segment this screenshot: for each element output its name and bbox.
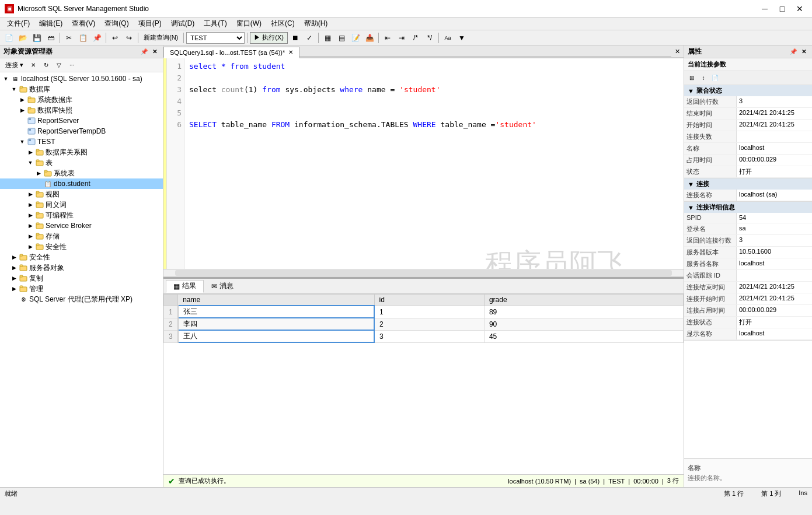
prop-section-header-aggregate[interactable]: ▼ 聚合状态 <box>684 85 812 96</box>
tree-item-servicebroker[interactable]: ▶Service Broker <box>0 220 163 231</box>
tree-item-test[interactable]: ▼TEST <box>0 136 163 147</box>
sort-alphabetically-button[interactable]: ↕ <box>698 73 709 83</box>
tree-item-reportservertempdb[interactable]: ReportServerTempDB <box>0 126 163 136</box>
menu-debug[interactable]: 调试(D) <box>166 17 200 30</box>
tree-item-synonyms[interactable]: ▶同义词 <box>0 199 163 210</box>
menu-edit[interactable]: 编辑(E) <box>34 17 67 30</box>
horizontal-scrollbar[interactable] <box>163 269 684 277</box>
menu-query[interactable]: 查询(Q) <box>100 17 133 30</box>
tree-item-serverobjects[interactable]: ▶服务器对象 <box>0 262 163 273</box>
query-tab-1[interactable]: SQLQuery1.sql - lo...ost.TEST (sa (54))*… <box>163 47 299 58</box>
tree-item-dbdiagram[interactable]: ▶数据库关系图 <box>0 147 163 157</box>
prop-section-header-connection[interactable]: ▼ 连接 <box>684 178 812 190</box>
menu-project[interactable]: 项目(P) <box>134 17 166 30</box>
tree-item-security2[interactable]: ▶安全性 <box>0 241 163 252</box>
parse-button[interactable]: ✓ <box>303 31 316 44</box>
uncomment-button[interactable]: */ <box>423 31 436 44</box>
comment-button[interactable]: /* <box>409 31 422 44</box>
tree-expand-reportservertempdb[interactable] <box>18 127 27 136</box>
menu-tools[interactable]: 工具(T) <box>199 17 231 30</box>
new-query-btn2[interactable]: 新建查询(N) <box>141 31 181 44</box>
tree-item-management[interactable]: ▶管理 <box>0 283 163 294</box>
paste-button[interactable]: 📌 <box>90 31 103 44</box>
tree-expand-security2[interactable]: ▶ <box>26 242 35 251</box>
redo-button[interactable]: ↪ <box>123 31 135 44</box>
tree-expand-tables[interactable]: ▼ <box>26 158 35 167</box>
properties-close-button[interactable]: ✕ <box>799 47 808 57</box>
tree-expand-sysdb[interactable]: ▶ <box>18 95 27 104</box>
tree-expand-snapshot[interactable]: ▶ <box>18 106 27 115</box>
more-button[interactable]: ··· <box>66 60 78 71</box>
refresh-button[interactable]: ↻ <box>40 60 52 71</box>
query-tab-close[interactable]: ✕ <box>288 49 293 55</box>
tree-expand-serverobjects[interactable]: ▶ <box>9 263 19 272</box>
menu-help[interactable]: 帮助(H) <box>299 17 333 30</box>
connect-button[interactable]: 连接 ▾ <box>2 60 26 71</box>
tree-item-sysdb[interactable]: ▶系统数据库 <box>0 94 163 105</box>
properties-pin-button[interactable]: 📌 <box>789 47 798 57</box>
font-size-button[interactable]: Aa <box>441 31 454 44</box>
prop-pages-button[interactable]: 📄 <box>710 73 720 83</box>
display-results-button[interactable]: ▦ <box>321 31 334 44</box>
new-query-button[interactable]: 📄 <box>2 31 15 44</box>
tree-item-systables[interactable]: ▶系统表 <box>0 168 163 178</box>
disconnect-button[interactable]: ✕ <box>27 60 39 71</box>
tree-item-security[interactable]: ▶安全性 <box>0 252 163 262</box>
tree-expand-replication[interactable]: ▶ <box>9 274 19 283</box>
close-button[interactable]: ✕ <box>792 3 807 15</box>
panel-close-button[interactable]: ✕ <box>150 47 159 57</box>
tree-expand-storage[interactable]: ▶ <box>26 232 35 241</box>
grid-results-button[interactable]: ▤ <box>335 31 348 44</box>
tree-expand-dbostudent[interactable] <box>34 179 43 188</box>
tree-item-root[interactable]: ▼🖥localhost (SQL Server 10.50.1600 - sa) <box>0 73 163 84</box>
undo-button[interactable]: ↩ <box>109 31 121 44</box>
pin-button[interactable]: 📌 <box>140 47 149 57</box>
open-button[interactable]: 📂 <box>16 31 29 44</box>
tree-item-sqlagent[interactable]: ⚙SQL Server 代理(已禁用代理 XP) <box>0 294 163 304</box>
tree-expand-systables[interactable]: ▶ <box>34 169 43 178</box>
tree-item-dbostudent[interactable]: 📋dbo.student <box>0 178 163 189</box>
tree-item-snapshot[interactable]: ▶数据库快照 <box>0 105 163 115</box>
execute-button[interactable]: ▶ 执行(X) <box>250 32 288 44</box>
restore-button[interactable]: □ <box>775 3 790 15</box>
tree-item-reportserver[interactable]: ReportServer <box>0 115 163 126</box>
prop-section-header-connectionDetail[interactable]: ▼ 连接详细信息 <box>684 202 812 213</box>
tab-messages[interactable]: ✉ 消息 <box>204 280 241 293</box>
tree-item-programmability[interactable]: ▶可编程性 <box>0 210 163 220</box>
file-results-button[interactable]: 📥 <box>363 31 376 44</box>
increase-indent-button[interactable]: ⇥ <box>395 31 408 44</box>
tree-expand-synonyms[interactable]: ▶ <box>26 200 35 209</box>
menu-community[interactable]: 社区(C) <box>266 17 299 30</box>
decrease-indent-button[interactable]: ⇤ <box>381 31 394 44</box>
tree-expand-root[interactable]: ▼ <box>1 74 11 83</box>
database-selector[interactable]: TEST <box>186 32 245 44</box>
menu-window[interactable]: 窗口(W) <box>232 17 266 30</box>
minimize-button[interactable]: ─ <box>757 3 772 15</box>
tab-results[interactable]: ▦ 结果 <box>166 280 204 293</box>
code-area[interactable]: select * from student select count(1) fr… <box>184 58 684 269</box>
filter-button[interactable]: ▽ <box>53 60 65 71</box>
menu-view[interactable]: 查看(V) <box>67 17 100 30</box>
tree-item-storage[interactable]: ▶存储 <box>0 231 163 241</box>
tree-expand-db[interactable]: ▼ <box>9 85 19 94</box>
copy-button[interactable]: 📋 <box>76 31 89 44</box>
cut-button[interactable]: ✂ <box>62 31 75 44</box>
menu-file[interactable]: 文件(F) <box>2 17 34 30</box>
tree-expand-reportserver[interactable] <box>18 116 27 125</box>
save-all-button[interactable]: 🗃 <box>44 31 57 44</box>
tree-item-views[interactable]: ▶视图 <box>0 189 163 199</box>
tree-item-tables[interactable]: ▼表 <box>0 157 163 168</box>
tree-expand-dbdiagram[interactable]: ▶ <box>26 148 35 157</box>
sort-by-category-button[interactable]: ⊞ <box>686 73 697 83</box>
stop-button[interactable]: ⏹ <box>289 31 302 44</box>
text-results-button[interactable]: 📝 <box>349 31 362 44</box>
results-grid[interactable]: name id grade 1张三1892李四2903王八345 <box>163 294 684 474</box>
tree-expand-security[interactable]: ▶ <box>9 253 19 262</box>
tree-item-db[interactable]: ▼数据库 <box>0 84 163 94</box>
tree-expand-views[interactable]: ▶ <box>26 190 35 199</box>
tree-expand-management[interactable]: ▶ <box>9 284 19 293</box>
tree-expand-programmability[interactable]: ▶ <box>26 211 35 220</box>
close-editor-button[interactable]: ✕ <box>671 45 684 57</box>
dropdown-button[interactable]: ▼ <box>455 31 468 44</box>
save-button[interactable]: 💾 <box>30 31 43 44</box>
